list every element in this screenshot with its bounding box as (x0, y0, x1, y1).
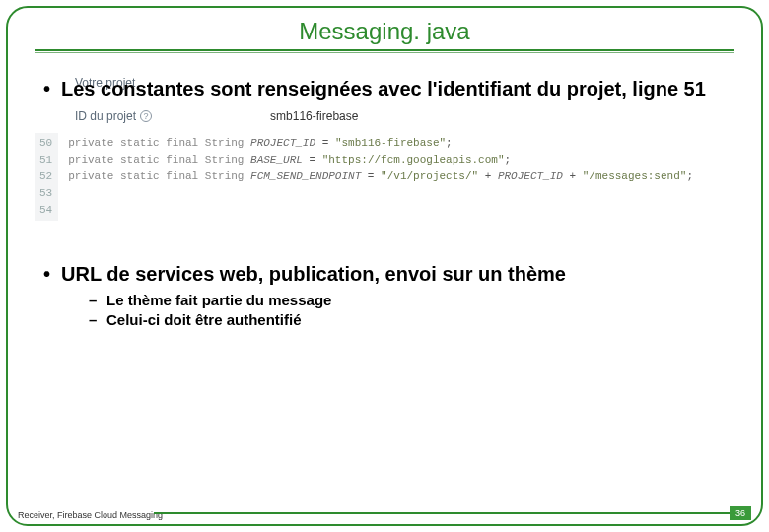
firebase-id-label-text: ID du projet (75, 109, 136, 123)
line-number: 53 (39, 185, 52, 202)
title-underline (35, 49, 734, 51)
footer-bar (154, 512, 730, 514)
title-area: Messaging. java (8, 8, 761, 59)
line-number: 51 (39, 152, 52, 168)
code-gutter: 50 51 52 53 54 (35, 133, 58, 221)
slide-frame: Messaging. java Les constantes sont rens… (6, 6, 763, 526)
title-underline-thin (35, 52, 734, 53)
code-line: private static final String BASE_URL = "… (68, 152, 693, 168)
footer: Receiver, Firebase Cloud Messaging 36 (8, 502, 761, 524)
line-number: 52 (39, 168, 52, 185)
slide-title: Messaging. java (8, 18, 761, 45)
code-lines: private static final String PROJECT_ID =… (58, 133, 693, 221)
firebase-id-label: ID du projet ? (75, 109, 152, 123)
bullet-list-2: URL de services web, publication, envoi … (41, 262, 728, 331)
code-line: private static final String PROJECT_ID =… (68, 135, 693, 152)
footer-text: Receiver, Firebase Cloud Messaging (18, 510, 163, 520)
sub-bullet-list: Le thème fait partie du message Celui-ci… (89, 291, 728, 331)
line-number: 54 (39, 202, 52, 219)
line-number: 50 (39, 135, 52, 152)
bullet-list: Les constantes sont renseignées avec l'i… (41, 77, 728, 101)
code-block: 50 51 52 53 54 private static final Stri… (35, 133, 728, 221)
help-icon: ? (140, 110, 152, 122)
firebase-id-value: smb116-firebase (270, 109, 358, 123)
code-line (68, 185, 693, 202)
sub-bullet-2: Celui-ci doit être authentifié (89, 310, 728, 330)
sub-bullet-1: Le thème fait partie du message (89, 291, 728, 310)
bullet-point-2: URL de services web, publication, envoi … (41, 262, 728, 331)
bullet-2-text: URL de services web, publication, envoi … (61, 263, 566, 285)
content-area: Les constantes sont renseignées avec l'i… (8, 59, 761, 331)
code-line: private static final String FCM_SEND_END… (68, 168, 693, 185)
bullet-point-1: Les constantes sont renseignées avec l'i… (41, 77, 728, 101)
page-number: 36 (730, 506, 751, 520)
